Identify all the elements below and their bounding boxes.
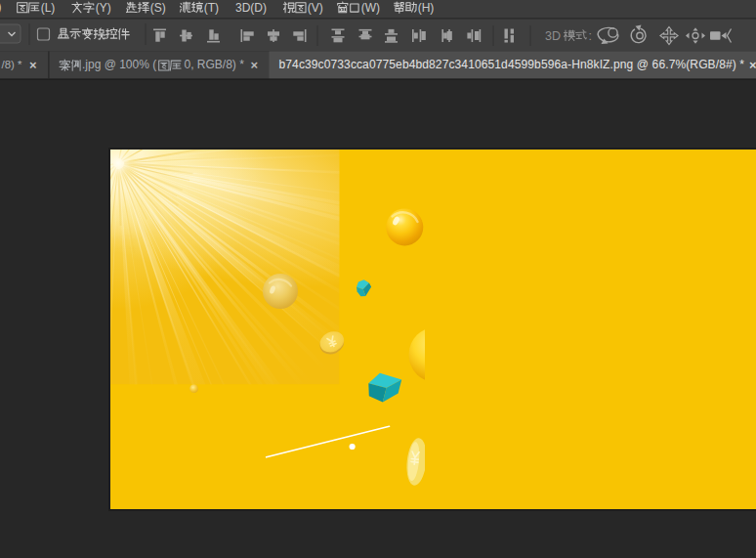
svg-text:.jpg @ 100% (: .jpg @ 100% ( <box>82 58 156 71</box>
svg-text:3D: 3D <box>545 29 561 43</box>
svg-text:3D(D): 3D(D) <box>235 1 267 15</box>
svg-text:(Y): (Y) <box>96 1 111 15</box>
svg-text:(V): (V) <box>308 1 323 15</box>
svg-text:×: × <box>251 58 259 72</box>
svg-text:(H): (H) <box>418 1 435 15</box>
svg-text:0, RGB/8) *: 0, RGB/8) * <box>185 58 245 71</box>
svg-text:): ) <box>0 0 2 14</box>
svg-text:/8) *: /8) * <box>2 59 22 70</box>
svg-text:(L): (L) <box>41 1 56 15</box>
svg-text:b74c39c0733cca0775eb4bd827c341: b74c39c0733cca0775eb4bd827c3410651d4599b… <box>279 58 745 71</box>
svg-text::: : <box>589 29 592 43</box>
svg-text:×: × <box>749 58 756 72</box>
svg-text:(T): (T) <box>204 1 219 15</box>
svg-text:(S): (S) <box>150 1 166 15</box>
svg-text:(W): (W) <box>361 1 380 15</box>
svg-text:×: × <box>29 58 37 72</box>
